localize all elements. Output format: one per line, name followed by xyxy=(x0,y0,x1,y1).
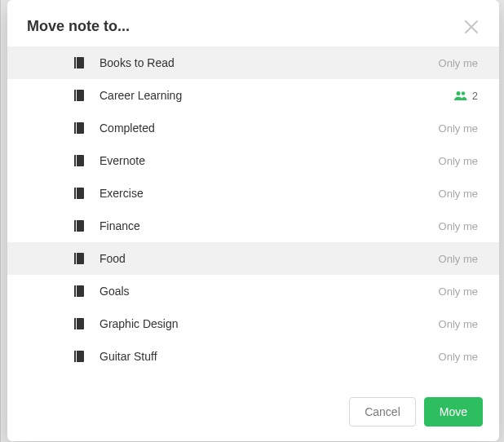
notebook-icon xyxy=(73,317,84,330)
notebook-label: Career Learning xyxy=(99,89,454,102)
notebook-label: Evernote xyxy=(99,154,439,167)
privacy-label: Only me xyxy=(439,285,478,298)
notebook-label: Graphic Design xyxy=(99,317,439,330)
notebook-list: Books to ReadOnly meCareer Learning2Comp… xyxy=(7,46,499,376)
move-note-dialog: Move note to... Books to ReadOnly meCare… xyxy=(7,0,499,441)
notebook-meta: Only me xyxy=(439,351,478,363)
notebook-icon xyxy=(73,219,84,232)
close-button[interactable] xyxy=(463,19,480,35)
notebook-label: Books to Read xyxy=(99,56,439,69)
list-item[interactable]: CompletedOnly me xyxy=(7,112,499,144)
notebook-icon xyxy=(73,154,84,167)
notebook-icon xyxy=(73,187,84,200)
list-item[interactable]: Books to ReadOnly me xyxy=(7,46,499,79)
cancel-button[interactable]: Cancel xyxy=(349,397,416,427)
list-item[interactable]: ExerciseOnly me xyxy=(7,177,499,210)
notebook-icon xyxy=(73,285,84,298)
notebook-label: Exercise xyxy=(99,187,439,200)
notebook-meta: 2 xyxy=(454,90,478,102)
dialog-header: Move note to... xyxy=(7,0,499,46)
list-item[interactable]: Guitar StuffOnly me xyxy=(7,340,499,373)
notebook-meta: Only me xyxy=(439,57,478,69)
notebook-icon xyxy=(73,350,84,363)
list-item[interactable]: FoodOnly me xyxy=(7,242,499,275)
list-item[interactable]: FinanceOnly me xyxy=(7,210,499,242)
list-item[interactable]: Graphic DesignOnly me xyxy=(7,307,499,340)
notebook-label: Finance xyxy=(99,219,439,232)
privacy-label: Only me xyxy=(439,253,478,265)
list-item[interactable]: Career Learning2 xyxy=(7,79,499,112)
notebook-meta: Only me xyxy=(439,122,478,135)
privacy-label: Only me xyxy=(439,155,478,167)
notebook-meta: Only me xyxy=(439,285,478,298)
notebook-label: Guitar Stuff xyxy=(99,350,439,363)
notebook-icon xyxy=(73,56,84,69)
notebook-meta: Only me xyxy=(439,220,478,232)
svg-point-2 xyxy=(456,91,460,95)
notebook-meta: Only me xyxy=(439,155,478,167)
dialog-footer: Cancel Move xyxy=(7,383,499,441)
notebook-icon xyxy=(73,252,84,265)
notebook-meta: Only me xyxy=(439,253,478,265)
notebook-label: Goals xyxy=(99,285,439,298)
dialog-title: Move note to... xyxy=(27,18,130,35)
close-icon xyxy=(463,19,480,35)
privacy-label: Only me xyxy=(439,318,478,330)
notebook-list-scroll[interactable]: Books to ReadOnly meCareer Learning2Comp… xyxy=(7,46,499,383)
privacy-label: Only me xyxy=(439,351,478,363)
list-item[interactable]: GoalsOnly me xyxy=(7,275,499,307)
shared-count: 2 xyxy=(472,90,478,102)
list-item[interactable]: EvernoteOnly me xyxy=(7,144,499,177)
move-button[interactable]: Move xyxy=(424,397,483,427)
notebook-label: Food xyxy=(99,252,439,265)
privacy-label: Only me xyxy=(439,188,478,200)
notebook-label: Completed xyxy=(99,122,439,135)
notebook-icon xyxy=(73,89,84,102)
notebook-meta: Only me xyxy=(439,318,478,330)
privacy-label: Only me xyxy=(439,122,478,135)
svg-point-3 xyxy=(462,91,465,95)
shared-icon xyxy=(454,91,467,100)
notebook-meta: Only me xyxy=(439,188,478,200)
privacy-label: Only me xyxy=(439,57,478,69)
notebook-icon xyxy=(73,122,84,135)
privacy-label: Only me xyxy=(439,220,478,232)
